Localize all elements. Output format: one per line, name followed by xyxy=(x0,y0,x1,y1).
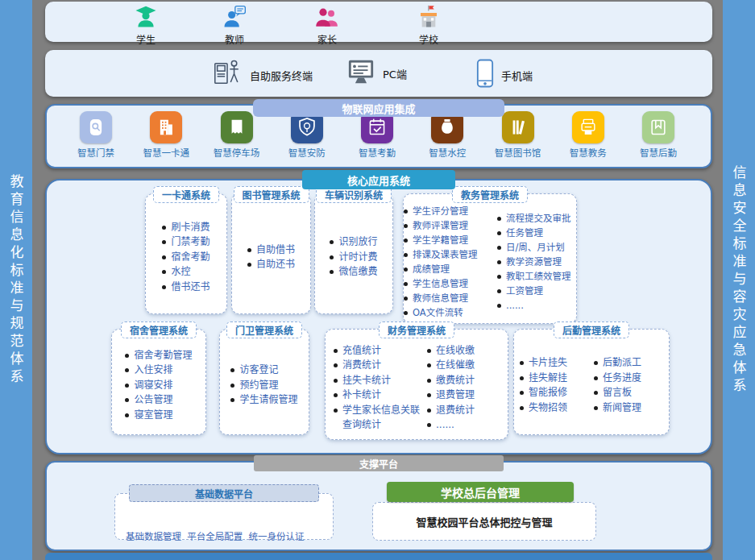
bullet-dot xyxy=(334,409,338,413)
iot-item-access: 智慧门禁 xyxy=(63,111,129,167)
list-item: 在线催缴 xyxy=(427,358,500,373)
list-item-label: 宿舍考勤 xyxy=(171,250,209,265)
user-role-parent: 家长 xyxy=(315,5,339,46)
user-role-label: 教师 xyxy=(225,32,244,46)
bullet-dot xyxy=(125,368,129,372)
terminal-pc: PC端 xyxy=(346,58,407,89)
bullet-dot xyxy=(162,255,166,259)
list-item-label: 刷卡消费 xyxy=(171,220,209,235)
list-item-label: 任务管理 xyxy=(506,226,543,240)
list-item: 访客登记 xyxy=(230,363,297,378)
bullet-dot xyxy=(427,423,431,427)
school-icon xyxy=(417,5,441,32)
list-item-label: 挂失卡统计 xyxy=(342,373,391,388)
list-item: 缴费统计 xyxy=(427,373,500,388)
list-item-label: 失物招领 xyxy=(529,400,567,416)
base-data-platform-box: 基础数据平台 基础数据管理 平台全局配置 统一身份认证 用户账户与权限管理 单点… xyxy=(114,493,334,540)
iot-item-parking: 智慧停车场 xyxy=(204,111,270,167)
iot-item-logistics: 智慧后勤 xyxy=(625,111,691,167)
list-item: 排课及课表管理 xyxy=(404,247,494,262)
list-item-label: 退费统计 xyxy=(436,403,475,418)
terminal-mobile: 手机端 xyxy=(476,58,533,92)
list-item-label: 教学资源管理 xyxy=(506,255,562,269)
iot-item-label: 智慧门禁 xyxy=(77,146,114,159)
list-item-label: 学生评分管理 xyxy=(413,204,468,218)
system-title: 后勤管理系统 xyxy=(554,321,629,338)
user-role-label: 家长 xyxy=(317,32,337,46)
feature-list: 在线收缴在线催缴缴费统计退费管理退费统计...... xyxy=(427,343,500,433)
bullet-dot xyxy=(497,246,501,250)
bullet-dot xyxy=(230,368,234,372)
feature-list: 宿舍考勤管理入住安排调寝安排公告管理寝室管理 xyxy=(125,348,192,423)
bullet-dot xyxy=(497,304,501,308)
list-item: 微信缴费 xyxy=(330,264,377,280)
list-item-label: 宿舍考勤管理 xyxy=(134,348,192,363)
bullet-dot xyxy=(497,289,501,293)
bullet-dot xyxy=(520,376,524,380)
bullet-dot xyxy=(594,391,598,395)
system-title: 财务管理系统 xyxy=(379,321,454,338)
iot-item-label: 智慧考勤 xyxy=(359,146,396,159)
bullet-dot xyxy=(330,240,334,244)
list-item: 在线收缴 xyxy=(427,343,500,359)
bullet-dot xyxy=(162,240,166,244)
bullet-dot xyxy=(520,406,524,410)
system-box-vehicle: 车辆识别系统 识别放行计时计费微信缴费 xyxy=(314,193,393,314)
self-service-kiosk-icon xyxy=(212,58,243,92)
iot-applications-section: 物联网应用集成 智慧门禁 智慧一卡通 xyxy=(45,104,712,168)
list-item: 宿舍考勤管理 xyxy=(125,348,192,363)
iot-item-label: 智慧图书馆 xyxy=(495,146,541,159)
iot-item-label: 智慧后勤 xyxy=(640,146,677,159)
list-item: 自助借书 xyxy=(247,243,295,258)
support-section-header: 支撑平台 xyxy=(254,455,504,471)
iot-item-library: 智慧图书馆 xyxy=(485,111,551,167)
list-item: 补卡统计 xyxy=(334,388,424,403)
feature-list: 自助借书自助还书 xyxy=(247,243,295,272)
bullet-dot xyxy=(520,361,524,365)
feature-list: 学生评分管理教师评课管理学生学籍管理排课及课表管理成绩管理学生信息管理教师信息管… xyxy=(404,204,494,320)
list-item-label: 学生信息管理 xyxy=(413,276,468,291)
list-item: 教师信息管理 xyxy=(404,291,494,305)
bullet-dot xyxy=(334,379,338,383)
support-platform-section: 支撑平台 基础数据平台 基础数据管理 平台全局配置 统一身份认证 用户账户与权限… xyxy=(45,461,712,551)
list-item: 任务进度 xyxy=(594,371,663,386)
bullet-dot xyxy=(404,209,408,214)
list-item-label: 计时计费 xyxy=(338,250,377,265)
list-item-label: 挂失解挂 xyxy=(529,371,567,386)
door-access-icon xyxy=(80,111,112,143)
list-item: 工资管理 xyxy=(497,284,576,298)
bullet-dot xyxy=(427,409,431,413)
list-item: 卡片挂失 xyxy=(520,355,591,371)
diagram-main-column: 学生 教师 家长 学校 xyxy=(45,0,712,560)
list-item: 水控 xyxy=(162,264,209,280)
iot-item-security: 智慧安防 xyxy=(274,111,340,167)
list-item: 入住安排 xyxy=(125,363,192,378)
iot-section-header: 物联网应用集成 xyxy=(253,99,504,117)
iot-item-water: 智慧水控 xyxy=(414,111,480,167)
user-role-school: 学校 xyxy=(417,5,441,46)
system-title: 门卫管理系统 xyxy=(226,321,302,338)
bullet-dot xyxy=(427,363,431,367)
bullet-dot xyxy=(230,384,234,388)
terminal-label: 自助服务终端 xyxy=(250,68,313,83)
list-item: 教学资源管理 xyxy=(497,255,576,269)
bullet-dot xyxy=(125,354,129,358)
bullet-dot xyxy=(404,297,408,301)
list-item-label: 退费管理 xyxy=(436,388,475,403)
list-item-label: 在线催缴 xyxy=(436,358,475,373)
list-item: 预约管理 xyxy=(230,378,297,393)
bullet-dot xyxy=(404,311,408,315)
iot-item-academic: 智慧教务 xyxy=(555,111,621,167)
list-item-label: 借书还书 xyxy=(171,280,209,295)
list-item: ...... xyxy=(427,417,500,433)
list-item-label: 入住安排 xyxy=(134,363,172,378)
bullet-dot xyxy=(594,406,598,410)
list-item-label: 寝室管理 xyxy=(134,408,172,423)
campus-card-building-icon xyxy=(150,111,182,143)
bullet-dot xyxy=(404,282,408,286)
list-item: 调寝安排 xyxy=(125,378,192,393)
bullet-dot xyxy=(334,349,338,353)
list-item: 识别放行 xyxy=(330,234,377,250)
feature-list: 后勤派工任务进度留言板新闻管理 xyxy=(594,355,663,415)
list-item-label: 访客登记 xyxy=(239,363,278,378)
